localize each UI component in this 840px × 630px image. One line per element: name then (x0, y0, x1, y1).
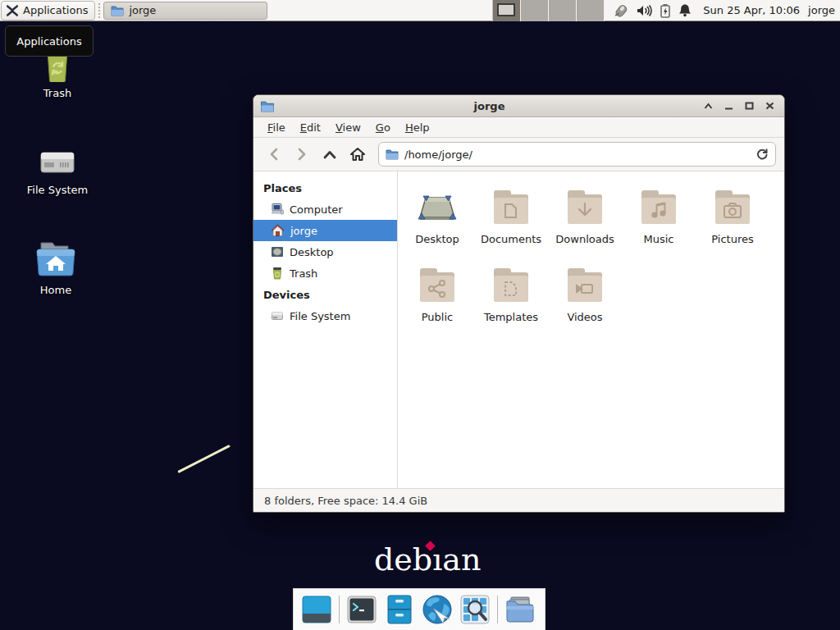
battery-icon[interactable] (660, 3, 671, 18)
harddrive-icon (25, 139, 90, 179)
file-pictures[interactable]: Pictures (696, 186, 769, 264)
home-folder-icon (23, 240, 89, 279)
shade-icon[interactable] (704, 103, 713, 110)
volume-icon[interactable] (637, 4, 652, 17)
toolbar: /home/jorge/ (253, 138, 784, 171)
file-label: Desktop (415, 233, 459, 245)
terminal-icon (347, 596, 377, 623)
sidebar-header-devices: Devices (253, 284, 397, 305)
taskbar-window-button[interactable]: jorge (103, 2, 267, 20)
up-icon (323, 150, 336, 159)
close-icon[interactable] (765, 102, 774, 110)
home-button[interactable] (345, 142, 370, 167)
folder-share-icon (418, 264, 457, 304)
window-body: Places Computer jorge (253, 171, 784, 488)
desktop-icon-home[interactable]: Home (23, 240, 89, 296)
system-tray (605, 3, 698, 18)
folder-launcher[interactable] (504, 594, 536, 625)
forward-icon (297, 148, 307, 161)
show-desktop-icon (302, 596, 331, 623)
terminal-launcher[interactable] (346, 594, 377, 625)
dock (293, 588, 546, 630)
menu-edit[interactable]: Edit (294, 120, 326, 135)
desktop-icon-file-system[interactable]: File System (25, 139, 90, 196)
show-desktop-button[interactable] (301, 594, 332, 625)
back-icon (269, 148, 279, 161)
notifications-bell-icon[interactable] (678, 3, 692, 17)
sidebar-header-places: Places (253, 177, 397, 199)
file-public[interactable]: Public (400, 264, 474, 342)
menu-view[interactable]: View (330, 120, 367, 135)
top-panel: Applications jorge (0, 0, 840, 21)
home-icon (349, 147, 366, 162)
menu-help[interactable]: Help (399, 120, 436, 135)
reload-icon[interactable] (756, 148, 769, 161)
input-device-icon[interactable] (613, 3, 629, 18)
sidebar-item-label: Desktop (290, 246, 334, 258)
app-finder-icon (460, 595, 490, 624)
maximize-icon[interactable] (745, 102, 754, 110)
file-label: Pictures (711, 233, 753, 245)
sidebar-item-desktop[interactable]: Desktop (253, 241, 397, 262)
forward-button[interactable] (290, 142, 314, 167)
minimize-icon[interactable] (724, 103, 733, 110)
file-cabinet-icon (386, 595, 413, 624)
file-label: Documents (481, 233, 541, 245)
web-browser-icon (422, 594, 453, 625)
sidebar-item-jorge[interactable]: jorge (253, 220, 397, 241)
applications-menu-button[interactable]: Applications (1, 1, 95, 21)
folder-video-icon (565, 264, 605, 304)
panel-clock[interactable]: Sun 25 Apr, 10:06 (698, 4, 805, 16)
sidebar-item-file-system[interactable]: File System (253, 305, 397, 326)
desktop-stroke-artifact (177, 445, 231, 473)
file-desktop[interactable]: Desktop (400, 186, 474, 264)
back-button[interactable] (262, 142, 286, 167)
location-bar[interactable]: /home/jorge/ (378, 142, 776, 167)
menubar: File Edit View Go Help (253, 117, 784, 138)
sidebar-item-label: jorge (290, 225, 317, 237)
applications-menu-icon (6, 4, 19, 17)
window-title: jorge (275, 100, 704, 112)
panel-handle[interactable] (97, 3, 102, 18)
sidebar-item-computer[interactable]: Computer (253, 199, 397, 220)
home-icon (271, 224, 285, 237)
folder-camera-icon (713, 186, 752, 226)
file-documents[interactable]: Documents (474, 186, 548, 264)
computer-icon (271, 203, 284, 216)
path-input[interactable]: /home/jorge/ (404, 148, 750, 161)
file-templates[interactable]: Templates (474, 264, 548, 342)
folder-icon (504, 595, 536, 624)
dock-separator (497, 596, 498, 623)
file-downloads[interactable]: Downloads (548, 186, 622, 264)
menu-go[interactable]: Go (370, 120, 396, 135)
window-folder-icon (260, 100, 275, 112)
menu-file[interactable]: File (262, 120, 291, 135)
folder-download-icon (565, 186, 605, 226)
up-button[interactable] (317, 142, 342, 167)
titlebar[interactable]: jorge (253, 95, 784, 117)
folder-icon (111, 5, 124, 16)
folder-music-icon (639, 186, 678, 226)
file-manager-launcher[interactable] (384, 594, 415, 625)
taskbar-window-label: jorge (129, 4, 156, 16)
workspace-3[interactable] (549, 0, 577, 21)
sidebar-item-label: Trash (290, 267, 317, 280)
dock-separator (339, 596, 340, 623)
sidebar-item-label: File System (290, 310, 350, 322)
file-music[interactable]: Music (622, 186, 696, 264)
sidebar-item-trash[interactable]: Trash (253, 262, 397, 284)
panel-user-menu[interactable]: jorge (805, 4, 840, 16)
app-finder-launcher[interactable] (459, 594, 491, 625)
workspace-window-preview (497, 3, 515, 16)
applications-tooltip: Applications (5, 25, 94, 57)
file-grid: Desktop Documents (398, 171, 784, 488)
workspace-4[interactable] (577, 0, 605, 21)
desktop-icon-label: File System (25, 184, 90, 196)
desktop-icon (417, 186, 458, 226)
file-videos[interactable]: Videos (548, 264, 622, 342)
web-browser-launcher[interactable] (422, 594, 453, 625)
sidebar: Places Computer jorge (253, 171, 398, 488)
file-label: Music (644, 233, 674, 245)
workspace-2[interactable] (521, 0, 549, 21)
workspace-1[interactable] (493, 0, 521, 21)
